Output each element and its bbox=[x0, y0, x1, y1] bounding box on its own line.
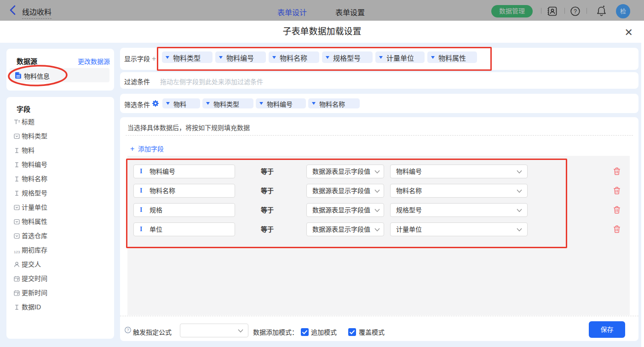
svg-text:?: ? bbox=[574, 8, 577, 15]
svg-text:?: ? bbox=[126, 328, 129, 332]
